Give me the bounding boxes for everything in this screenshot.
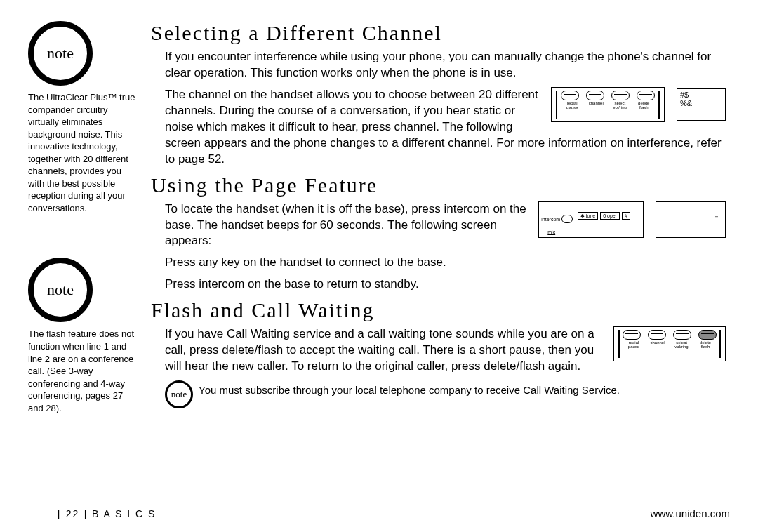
page-footer-right: www.uniden.com [651,507,730,519]
s2-p1: intercom ✱ tone 0 oper # mic "" To locat… [165,201,730,250]
note-icon-2: note [28,258,93,322]
inline-note: note You must subscribe through your loc… [165,380,730,408]
main-content: Selecting a Different Channel If you enc… [151,21,730,414]
heading-flash: Flash and Call Waiting [151,298,730,322]
handset-buttons-diagram: redialpause channel selectvol/ring delet… [551,87,665,122]
note-label: note [47,281,74,299]
inline-note-text: You must subscribe through your local te… [199,380,620,397]
s3-p1: redialpause channel selectvol/ring delet… [165,326,730,375]
base-keypad-diagram: intercom ✱ tone 0 oper # mic [538,201,644,238]
note-icon-small: note [165,380,193,408]
note-icon-1: note [28,21,93,86]
s1-p2: redialpause channel selectvol/ring delet… [165,87,730,168]
sidebar: note The UltraClear Plus™ true compander… [28,21,137,414]
handset-buttons-flash-diagram: redialpause channel selectvol/ring delet… [613,326,726,361]
lcd-screen-page-diagram: "" [656,201,726,238]
note-label: note [47,44,74,62]
page-footer-left: [ 22 ] B A S I C S [58,508,156,519]
heading-page: Using the Page Feature [151,173,730,197]
note-label: note [171,389,187,400]
heading-channel: Selecting a Different Channel [151,21,730,45]
sidebar-note-2: The flash feature does not function when… [28,328,137,414]
s2-p2: Press any key on the handset to connect … [165,255,730,271]
s2-p3: Press intercom on the base to return to … [165,277,730,293]
s1-p1: If you encounter interference while usin… [165,49,730,81]
lcd-screen-diagram: #$ %& [677,88,726,121]
sidebar-note-1: The UltraClear Plus™ true compander circ… [28,91,137,214]
